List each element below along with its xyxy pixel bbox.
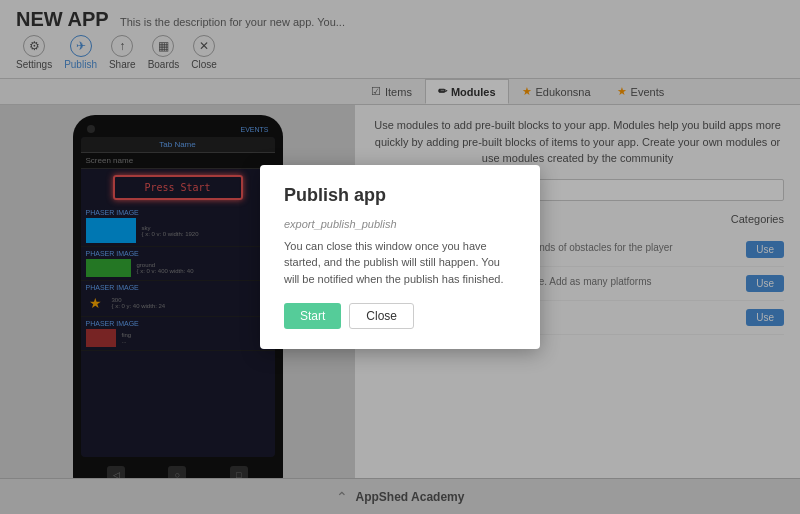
dialog-start-button[interactable]: Start	[284, 303, 341, 329]
dialog-export-key: export_publish_publish	[284, 218, 516, 230]
dialog-buttons: Start Close	[284, 303, 516, 329]
dialog-close-button[interactable]: Close	[349, 303, 414, 329]
modal-overlay[interactable]: Publish app export_publish_publish You c…	[0, 0, 800, 514]
dialog-title: Publish app	[284, 185, 516, 206]
publish-dialog: Publish app export_publish_publish You c…	[260, 165, 540, 350]
dialog-message: You can close this window once you have …	[284, 238, 516, 288]
